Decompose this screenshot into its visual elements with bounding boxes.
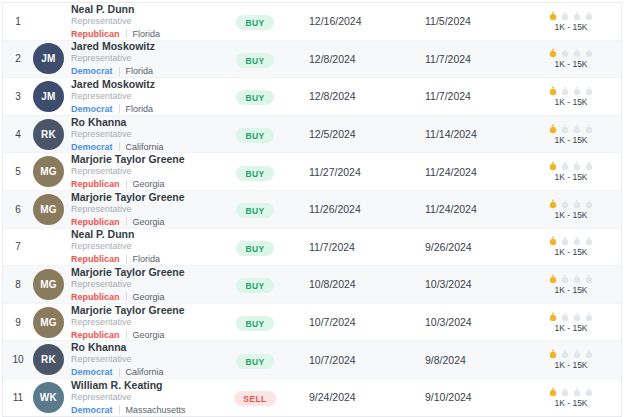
party-label: Democrat <box>71 65 113 77</box>
politician-avatar: MG <box>33 269 64 300</box>
trade-action-badge: BUY <box>236 203 273 218</box>
money-bag-icon <box>572 349 582 359</box>
money-bag-icon <box>548 11 558 21</box>
party-state-divider <box>119 405 120 414</box>
politician-role: Representative <box>71 166 223 177</box>
state-label: Florida <box>133 253 161 265</box>
politician-name[interactable]: Marjorie Taylor Greene <box>71 266 223 278</box>
trade-amount-range: 1K - 15K <box>521 210 621 220</box>
table-row[interactable]: 4 RK Ro Khanna Representative Democrat C… <box>3 116 621 154</box>
row-number: 3 <box>3 91 33 102</box>
politician-name[interactable]: Jared Moskowitz <box>71 40 223 52</box>
trade-size-bags <box>521 86 621 96</box>
party-label: Republican <box>71 178 120 190</box>
money-bag-icon <box>548 236 558 246</box>
money-bag-icon <box>572 124 582 134</box>
money-bag-icon <box>548 387 558 397</box>
party-label: Republican <box>71 291 120 303</box>
table-row[interactable]: 8 MG Marjorie Taylor Greene Representati… <box>3 266 621 304</box>
money-bag-icon <box>560 48 570 58</box>
trade-size-bags <box>521 349 621 359</box>
trade-action-badge: BUY <box>236 278 273 293</box>
table-row[interactable]: 9 MG Marjorie Taylor Greene Representati… <box>3 304 621 342</box>
table-row[interactable]: 5 MG Marjorie Taylor Greene Representati… <box>3 153 621 191</box>
politician-name[interactable]: Ro Khanna <box>71 341 223 353</box>
politician-avatar: MG <box>33 307 64 338</box>
politician-role: Representative <box>71 279 223 290</box>
table-row[interactable]: 11 WK William R. Keating Representative … <box>3 379 621 416</box>
row-number: 11 <box>3 392 33 403</box>
row-number: 9 <box>3 317 33 328</box>
party-state-divider <box>119 67 120 76</box>
trade-amount-range: 1K - 15K <box>521 135 621 145</box>
date-column-2: 9/26/2024 <box>403 241 521 253</box>
row-number: 7 <box>3 241 33 252</box>
row-number: 5 <box>3 166 33 177</box>
money-bag-icon <box>572 312 582 322</box>
money-bag-icon <box>548 161 558 171</box>
money-bag-icon <box>560 236 570 246</box>
money-bag-icon <box>560 161 570 171</box>
trade-size-bags <box>521 312 621 322</box>
money-bag-icon <box>584 48 594 58</box>
date-column-1: 11/7/2024 <box>287 241 403 253</box>
table-row[interactable]: 1 Neal P. Dunn Representative Republican… <box>3 3 621 41</box>
date-column-1: 12/16/2024 <box>287 15 403 27</box>
trade-amount-range: 1K - 15K <box>521 172 621 182</box>
party-state-divider <box>126 180 127 189</box>
table-row[interactable]: 2 JM Jared Moskowitz Representative Demo… <box>3 41 621 79</box>
money-bag-icon <box>548 48 558 58</box>
money-bag-icon <box>560 387 570 397</box>
politician-role: Representative <box>71 91 223 102</box>
party-state-divider <box>126 292 127 301</box>
trade-size-bags <box>521 274 621 284</box>
trade-amount-range: 1K - 15K <box>521 285 621 295</box>
trade-size-bags <box>521 161 621 171</box>
trade-size-bags <box>521 11 621 21</box>
date-column-2: 11/24/2024 <box>403 203 521 215</box>
politician-role: Representative <box>71 16 223 27</box>
trade-action-badge: BUY <box>236 128 273 143</box>
money-bag-icon <box>584 124 594 134</box>
trade-size-bags <box>521 48 621 58</box>
trade-action-badge: BUY <box>236 53 273 68</box>
state-label: Florida <box>133 28 161 40</box>
politician-name[interactable]: Ro Khanna <box>71 116 223 128</box>
date-column-2: 10/3/2024 <box>403 316 521 328</box>
money-bag-icon <box>584 161 594 171</box>
date-column-1: 10/7/2024 <box>287 354 403 366</box>
politician-name[interactable]: Marjorie Taylor Greene <box>71 153 223 165</box>
trade-action-badge: BUY <box>236 166 273 181</box>
state-label: Florida <box>126 103 154 115</box>
party-label: Democrat <box>71 366 113 378</box>
table-row[interactable]: 3 JM Jared Moskowitz Representative Demo… <box>3 78 621 116</box>
trade-action-badge: BUY <box>236 316 273 331</box>
date-column-1: 11/27/2024 <box>287 166 403 178</box>
party-state-divider <box>119 368 120 377</box>
table-row[interactable]: 6 MG Marjorie Taylor Greene Representati… <box>3 191 621 229</box>
politician-name[interactable]: Neal P. Dunn <box>71 228 223 240</box>
date-column-2: 10/3/2024 <box>403 278 521 290</box>
trade-amount-range: 1K - 15K <box>521 247 621 257</box>
party-state-divider <box>119 142 120 151</box>
party-label: Republican <box>71 28 120 40</box>
trade-size-bags <box>521 199 621 209</box>
table-row[interactable]: 10 RK Ro Khanna Representative Democrat … <box>3 341 621 379</box>
date-column-2: 9/10/2024 <box>403 391 521 403</box>
politician-name[interactable]: Neal P. Dunn <box>71 3 223 15</box>
politician-name[interactable]: Marjorie Taylor Greene <box>71 304 223 316</box>
politician-name[interactable]: William R. Keating <box>71 379 223 391</box>
politician-role: Representative <box>71 354 223 365</box>
politician-name[interactable]: Marjorie Taylor Greene <box>71 191 223 203</box>
money-bag-icon <box>584 236 594 246</box>
money-bag-icon <box>548 199 558 209</box>
date-column-2: 11/5/2024 <box>403 15 521 27</box>
politician-name[interactable]: Jared Moskowitz <box>71 78 223 90</box>
party-state-divider <box>119 104 120 113</box>
row-number: 1 <box>3 16 33 27</box>
table-row[interactable]: 7 Neal P. Dunn Representative Republican… <box>3 229 621 267</box>
money-bag-icon <box>560 11 570 21</box>
money-bag-icon <box>584 11 594 21</box>
date-column-2: 11/14/2024 <box>403 128 521 140</box>
date-column-1: 12/8/2024 <box>287 53 403 65</box>
